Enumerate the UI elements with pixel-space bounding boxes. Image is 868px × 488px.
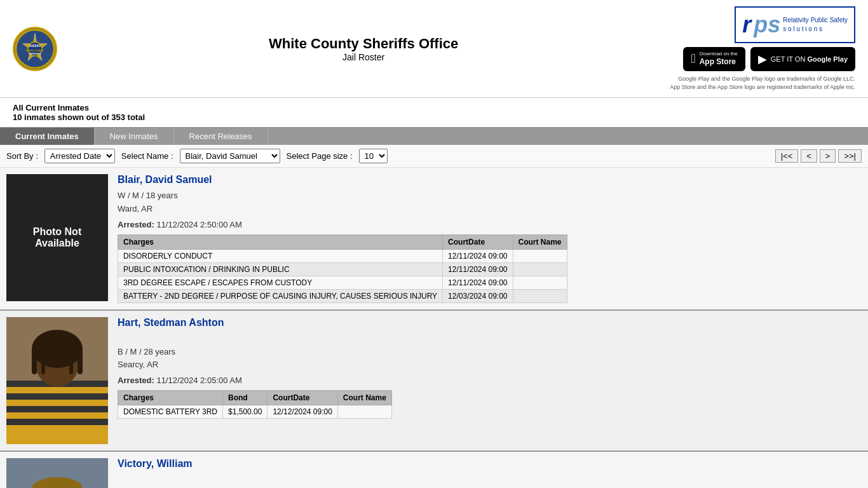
charges-section-1: Charges CourtDate Court Name DISORDERLY … (118, 234, 862, 303)
court-date-1-4: 12/03/2024 09:00 (443, 289, 513, 302)
inmate-name-1[interactable]: Blair, David Samuel (118, 174, 862, 186)
google-play-button[interactable]: ▶ GET IT ON Google Play (750, 47, 855, 71)
table-row: PUBLIC INTOXICATION / DRINKING IN PUBLIC… (118, 262, 567, 276)
charges-section-2: Charges Bond CourtDate Court Name DOMEST… (118, 390, 862, 419)
charges-table-2: Charges Bond CourtDate Court Name DOMEST… (118, 390, 392, 419)
inmate-summary: All Current Inmates 10 inmates shown out… (0, 98, 868, 127)
table-row: DISORDERLY CONDUCT 12/11/2024 09:00 (118, 249, 567, 262)
court-name-header-2: Court Name (337, 391, 391, 405)
sort-by-select[interactable]: Arrested Date (44, 149, 115, 163)
first-page-button[interactable]: |<< (775, 149, 799, 163)
inmate-info-3: Victory, William U / M / 39 years (118, 458, 862, 488)
svg-rect-16 (41, 352, 45, 374)
inmate-location-1: Ward, AR (118, 203, 862, 216)
court-name-header: Court Name (513, 234, 567, 249)
rps-tagline: Relativity Public Safety s o l u t i o n… (783, 16, 848, 34)
next-page-button[interactable]: > (820, 149, 836, 163)
inmate-race-gender-age-1: W / M / 18 years (118, 189, 862, 203)
tab-new-inmates[interactable]: New Inmates (95, 128, 174, 145)
inmate-race-gender-age-2 (118, 332, 862, 346)
inmate-race-gender-age-2b: B / M / 28 years (118, 346, 862, 359)
svg-rect-11 (6, 419, 108, 425)
rps-r-letter: r (742, 11, 751, 38)
app-disclaimer: Google Play and the Google Play logo are… (670, 75, 855, 91)
bond-header-2: Bond (223, 391, 268, 405)
charges-table-1: Charges CourtDate Court Name DISORDERLY … (118, 234, 567, 303)
court-date-1-2: 12/11/2024 09:00 (443, 262, 513, 276)
svg-rect-9 (6, 393, 108, 400)
inmate-info-1: Blair, David Samuel W / M / 18 years War… (118, 174, 862, 303)
svg-rect-15 (78, 349, 83, 374)
table-row: DOMESTIC BATTERY 3RD $1,500.00 12/12/202… (118, 405, 392, 419)
inmate-photo-2 (6, 317, 108, 444)
inmate-arrested-1: Arrested: 11/12/2024 2:50:00 AM (118, 220, 862, 229)
charge-1-1: DISORDERLY CONDUCT (118, 249, 443, 262)
page-subtitle: Jail Roster (269, 52, 458, 62)
inmate-photo-svg-2 (6, 317, 108, 444)
inmate-photo-3 (6, 458, 108, 488)
google-play-text: GET IT ON Google Play (771, 55, 848, 63)
inmate-details-2: B / M / 28 years Searcy, AR (118, 332, 862, 372)
page-size-select[interactable]: 10 25 50 (359, 149, 388, 163)
select-name-label: Select Name : (121, 151, 173, 161)
app-store-button[interactable]:  Download on the App Store (683, 47, 745, 71)
inmate-photo-1: Photo NotAvailable (6, 174, 108, 301)
inmate-info-2: Hart, Stedman Ashton B / M / 28 years Se… (118, 317, 862, 444)
charges-header: Charges (118, 234, 443, 249)
page-title: White County Sheriffs Office (269, 36, 458, 52)
svg-rect-17 (69, 352, 73, 374)
svg-text:ARKANSAS: ARKANSAS (29, 53, 41, 55)
court-date-1-3: 12/11/2024 09:00 (443, 276, 513, 289)
name-select[interactable]: Blair, David Samuel Hart, Stedman Ashton… (180, 149, 280, 163)
inmate-card-2: Hart, Stedman Ashton B / M / 28 years Se… (0, 311, 868, 452)
court-date-1-1: 12/11/2024 09:00 (443, 249, 513, 262)
court-date-header-2: CourtDate (268, 391, 337, 405)
court-name-1-4 (513, 289, 567, 302)
sheriff-logo-area: SHERIFF WHITE COUNTY ARKANSAS (13, 27, 57, 71)
charge-1-3: 3RD DEGREE ESCAPE / ESCAPES FROM CUSTODY (118, 276, 443, 289)
inmate-name-3[interactable]: Victory, William (118, 458, 862, 470)
svg-rect-10 (6, 406, 108, 412)
page-size-label: Select Page size : (287, 151, 353, 161)
last-page-button[interactable]: >>| (838, 149, 862, 163)
court-name-2-1 (337, 405, 391, 419)
inmate-race-gender-age-3 (118, 473, 862, 487)
pagination: |<< < > >>| (775, 149, 862, 163)
tab-current-inmates[interactable]: Current Inmates (0, 128, 95, 145)
sheriff-badge: SHERIFF WHITE COUNTY ARKANSAS (13, 27, 57, 71)
summary-line1: All Current Inmates (13, 103, 855, 112)
rps-ps-letters: ps (754, 11, 780, 38)
inmate-location-2: Searcy, AR (118, 358, 862, 372)
inmate-arrested-2: Arrested: 11/12/2024 2:05:00 AM (118, 376, 862, 385)
app-buttons-area:  Download on the App Store ▶ GET IT ON … (683, 47, 855, 71)
rps-logo: r ps Relativity Public Safety s o l u t … (735, 6, 855, 43)
tab-recent-releases[interactable]: Recent Releases (174, 128, 268, 145)
court-name-1-2 (513, 262, 567, 276)
svg-text:SHERIFF: SHERIFF (29, 44, 41, 48)
table-row: BATTERY - 2ND DEGREE / PURPOSE OF CAUSIN… (118, 289, 567, 302)
apple-icon:  (691, 51, 695, 66)
bond-2-1: $1,500.00 (223, 405, 268, 419)
charge-1-2: PUBLIC INTOXICATION / DRINKING IN PUBLIC (118, 262, 443, 276)
svg-point-13 (32, 330, 83, 368)
svg-rect-14 (32, 349, 37, 374)
inmate-name-2[interactable]: Hart, Stedman Ashton (118, 317, 862, 329)
court-date-header: CourtDate (443, 234, 513, 249)
court-name-1-3 (513, 276, 567, 289)
table-row: 3RD DEGREE ESCAPE / ESCAPES FROM CUSTODY… (118, 276, 567, 289)
play-icon: ▶ (758, 52, 767, 66)
court-name-1-1 (513, 249, 567, 262)
sort-by-label: Sort By : (6, 151, 38, 161)
svg-text:WHITE COUNTY: WHITE COUNTY (26, 49, 44, 51)
inmate-card-1: Photo NotAvailable Blair, David Samuel W… (0, 168, 868, 311)
page-title-area: White County Sheriffs Office Jail Roster (269, 36, 458, 62)
page-header: SHERIFF WHITE COUNTY ARKANSAS White Coun… (0, 0, 868, 98)
inmate-details-1: W / M / 18 years Ward, AR (118, 189, 862, 216)
inmate-details-3: U / M / 39 years (118, 473, 862, 488)
charges-header-2: Charges (118, 391, 223, 405)
prev-page-button[interactable]: < (801, 149, 817, 163)
nav-tabs: Current Inmates New Inmates Recent Relea… (0, 127, 868, 145)
no-photo-text-1: Photo NotAvailable (33, 226, 81, 249)
controls-bar: Sort By : Arrested Date Select Name : Bl… (0, 145, 868, 168)
app-store-text: Download on the App Store (700, 51, 738, 67)
